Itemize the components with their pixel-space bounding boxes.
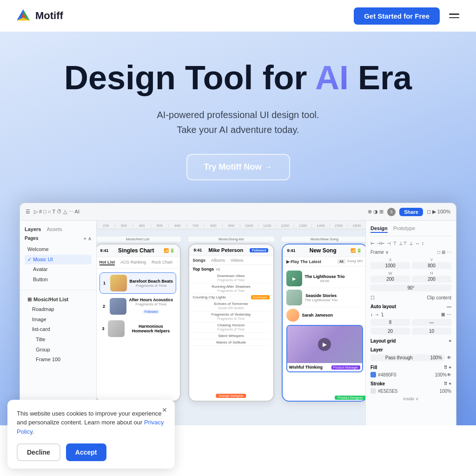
prototype-tab[interactable]: Prototype: [393, 225, 415, 233]
ruler-tick: 700: [186, 224, 205, 228]
x-label: X: [370, 258, 410, 262]
tab-mv[interactable]: MV: [357, 259, 363, 264]
share-button[interactable]: Share: [399, 208, 423, 216]
play-icon: ▶: [292, 276, 296, 281]
layer-listcard-label: list-card: [32, 325, 50, 334]
align-middle-icon[interactable]: ⊥⊤: [399, 241, 407, 246]
decline-button[interactable]: Decline: [17, 443, 60, 461]
phone1-header: 9:41 Singles Chart 📶 🔋: [97, 245, 180, 257]
assets-tab[interactable]: Assets: [46, 226, 62, 232]
try-now-button[interactable]: Try Motiff Now →: [186, 154, 290, 180]
gap-v[interactable]: —: [412, 319, 451, 326]
stroke-color-swatch[interactable]: [370, 388, 376, 394]
dir-right[interactable]: →: [375, 312, 379, 317]
gap-h[interactable]: 8: [370, 319, 410, 326]
visibility-icon[interactable]: 👁: [447, 355, 451, 360]
layer-image[interactable]: Image: [25, 315, 92, 325]
frame-icon1[interactable]: □: [437, 250, 440, 255]
canvas-area[interactable]: 230 300 400 500 600 700 800 900 1000 110…: [97, 221, 365, 425]
fill-eye-icon[interactable]: 👁: [447, 372, 451, 377]
rotation-value[interactable]: 90°: [370, 284, 451, 291]
tab-videos[interactable]: Videos: [231, 258, 243, 263]
opacity-value[interactable]: 100%: [427, 354, 445, 361]
y-value[interactable]: 800: [412, 262, 451, 269]
tab-acg[interactable]: ACG Ranking: [120, 260, 146, 265]
align-top-icon[interactable]: ⊤: [393, 241, 397, 246]
tab-hotlist[interactable]: Hot List: [99, 260, 115, 265]
add-page-btn[interactable]: + ∧: [84, 236, 92, 242]
fill-opacity[interactable]: 100%: [435, 372, 447, 377]
align-center-h-icon[interactable]: ⊣⊢: [377, 241, 385, 246]
phone3-label: Mosic/New Song: [282, 237, 366, 242]
layers-tab[interactable]: Layers: [25, 226, 41, 232]
x-value[interactable]: 1000: [370, 262, 410, 269]
stroke-add-icon[interactable]: +: [449, 381, 451, 386]
blend-mode[interactable]: Pass through: [370, 354, 427, 361]
wishful-card: ▶ Wishful Thinking Product Manager: [286, 325, 363, 372]
w-value[interactable]: 200: [370, 276, 410, 283]
cookie-close-button[interactable]: ✕: [160, 405, 169, 415]
distribute-h-icon[interactable]: ↔: [415, 241, 420, 246]
accept-button[interactable]: Accept: [66, 443, 106, 461]
stroke-hex[interactable]: #E5E5E5: [378, 389, 397, 394]
orange-designer-badge: Orange Designer: [216, 394, 246, 398]
align-left-icon[interactable]: ⊢: [370, 241, 375, 246]
align-right-icon[interactable]: ⊣: [387, 241, 391, 246]
song-thumb2: [110, 298, 126, 315]
tab-play: ▶ Play The Latest: [286, 259, 322, 264]
layer-frame100[interactable]: Frame 100: [25, 355, 92, 365]
fill-color-swatch[interactable]: [370, 372, 376, 377]
fill-hex[interactable]: #4880F0: [378, 372, 396, 377]
page-welcome[interactable]: Welcome: [25, 245, 92, 255]
align-bottom-icon[interactable]: ⊥: [409, 241, 413, 246]
dir-down[interactable]: ↓: [370, 312, 373, 317]
autolayout-remove[interactable]: —: [447, 304, 451, 309]
ruler-tick: 600: [168, 224, 186, 228]
stroke-position: inside ∨: [370, 397, 451, 401]
pad-top[interactable]: 20: [370, 328, 410, 335]
stroke-header: Stroke ⠿ +: [370, 381, 451, 386]
page-button[interactable]: Button: [25, 275, 92, 285]
layer-title[interactable]: Title: [25, 335, 92, 345]
distribute-v-icon[interactable]: ↕: [422, 241, 424, 246]
pad-side[interactable]: 10: [412, 328, 451, 335]
tab-songs[interactable]: Songs: [193, 258, 206, 263]
dir-wrap[interactable]: ⤵: [381, 312, 383, 317]
page-mosic-ui[interactable]: ✓ Mosic UI: [25, 255, 92, 265]
get-started-button[interactable]: Get Started for Free: [354, 7, 440, 25]
layer-title-label: Title: [36, 336, 45, 344]
ruler-tick: 1400: [311, 224, 330, 228]
layer-mosic-hotlist[interactable]: ⊞ Mosic/Hot List: [25, 295, 92, 305]
tab-song[interactable]: Song: [347, 259, 356, 264]
layers-section: ⊞ Mosic/Hot List Roadmap Image list-card…: [20, 293, 96, 367]
stroke-opacity[interactable]: 100%: [439, 389, 451, 394]
h-value[interactable]: 200: [412, 276, 451, 283]
cookie-text: This website uses cookies to improve you…: [17, 409, 165, 436]
developer-badge: Developer: [251, 295, 270, 299]
layer-roadmap[interactable]: Roadmap: [25, 304, 92, 315]
page-avatar[interactable]: Avatar: [25, 264, 92, 275]
phone2-content: Top Songs ×1 Downtown VibesFragments of …: [189, 265, 273, 348]
wh-row: W 200 H 200: [370, 271, 451, 283]
frame-icon3[interactable]: ⋯: [447, 250, 451, 255]
dir-dots[interactable]: ⋯: [447, 312, 451, 317]
fill-add-icon[interactable]: +: [449, 365, 451, 370]
song-row-3: 3 Harmonious Homework Helpers: [99, 318, 176, 339]
navbar: Motiff Get Started for Free: [0, 0, 476, 32]
tab-rock[interactable]: Rock Chart: [152, 260, 172, 265]
grid-label: Layout grid: [370, 338, 396, 344]
grid-add[interactable]: +: [449, 338, 451, 344]
play-btn[interactable]: ▶: [318, 338, 331, 351]
layer-list-card[interactable]: list-card: [25, 324, 92, 335]
layer-header: Layer: [370, 347, 451, 352]
layer-group[interactable]: Group: [25, 345, 92, 355]
frame-icon2[interactable]: ⊞: [442, 250, 445, 255]
tab-albums[interactable]: Albums: [211, 258, 225, 263]
design-tab[interactable]: Design: [370, 225, 388, 233]
phone3-frame: 9:41 New Song 📶 🔋 ▶ Play The Latest All …: [282, 244, 366, 402]
menu-button[interactable]: [447, 12, 461, 20]
w-field: W 200: [370, 271, 410, 283]
clip-checkbox[interactable]: ☐: [370, 295, 375, 300]
dir-align[interactable]: ⊞: [441, 312, 445, 317]
tab-all[interactable]: All: [337, 259, 346, 264]
